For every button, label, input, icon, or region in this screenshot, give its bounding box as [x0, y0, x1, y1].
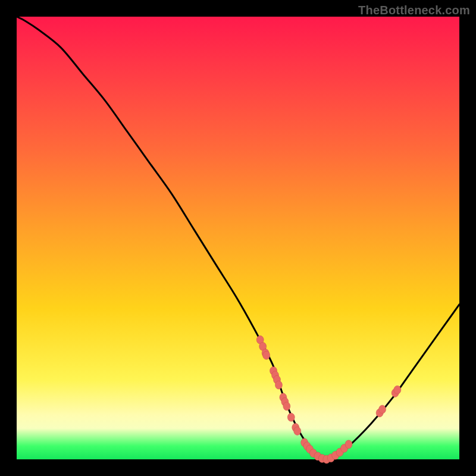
curve-marker [345, 440, 352, 449]
curve-marker [394, 386, 401, 394]
curve-markers [256, 336, 401, 464]
curve-marker [379, 405, 386, 414]
curve-marker [287, 413, 295, 421]
chart-frame: TheBottleneck.com [0, 0, 476, 476]
curve-marker [294, 427, 301, 435]
curve-marker [275, 381, 282, 389]
curve-marker [263, 351, 270, 359]
curve-marker [283, 402, 290, 411]
bottleneck-curve-svg [17, 17, 459, 459]
plot-area [17, 17, 459, 459]
watermark-text: TheBottleneck.com [358, 4, 470, 17]
